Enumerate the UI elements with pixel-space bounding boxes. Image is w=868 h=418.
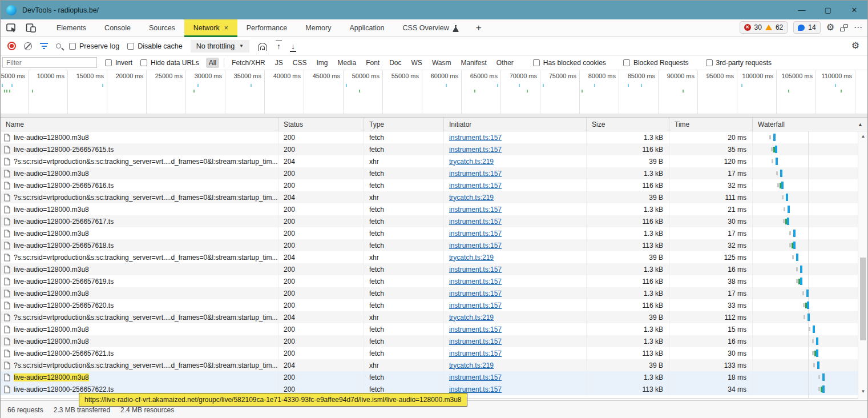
request-row[interactable]: live-audio=128000.m3u8200fetchinstrument… <box>1 287 867 299</box>
request-row[interactable]: ?s:sc:rsid=vrtproduction&s:sc:tracking_s… <box>1 311 867 323</box>
filter-type-js[interactable]: JS <box>272 58 286 68</box>
initiator-link[interactable]: instrument.ts:157 <box>449 278 502 286</box>
request-row[interactable]: live-audio=128000-256657620.ts200fetchin… <box>1 299 867 311</box>
initiator-link[interactable]: trycatch.ts:219 <box>449 314 494 321</box>
filter-type-img[interactable]: Img <box>313 58 330 68</box>
initiator-link[interactable]: trycatch.ts:219 <box>449 361 494 369</box>
initiator-link[interactable]: instrument.ts:157 <box>449 230 502 238</box>
initiator-link[interactable]: instrument.ts:157 <box>449 302 502 310</box>
request-row[interactable]: live-audio=128000-256657618.ts200fetchin… <box>1 239 867 251</box>
tab-elements[interactable]: Elements <box>47 19 95 37</box>
request-row[interactable]: ?s:sc:rsid=vrtproduction&s:sc:tracking_s… <box>1 359 867 371</box>
tab-memory[interactable]: Memory <box>296 19 340 37</box>
request-name-cell[interactable]: live-audio=128000-256657618.ts <box>1 239 278 251</box>
request-name-cell[interactable]: live-audio=128000.m3u8 <box>1 263 278 275</box>
column-header-time[interactable]: Time <box>669 118 753 131</box>
column-header-initiator[interactable]: Initiator <box>444 118 587 131</box>
initiator-link[interactable]: instrument.ts:157 <box>449 349 502 357</box>
request-name-cell[interactable]: ?s:sc:rsid=vrtproduction&s:sc:tracking_s… <box>1 155 278 167</box>
request-row[interactable]: live-audio=128000.m3u8200fetchinstrument… <box>1 335 867 347</box>
request-name-cell[interactable]: ?s:sc:rsid=vrtproduction&s:sc:tracking_s… <box>1 359 278 371</box>
search-icon[interactable] <box>56 43 61 49</box>
request-row[interactable]: live-audio=128000.m3u8200fetchinstrument… <box>1 371 867 383</box>
feedback-icon[interactable] <box>840 24 848 31</box>
column-header-status[interactable]: Status <box>278 118 364 131</box>
initiator-link[interactable]: trycatch.ts:219 <box>449 158 494 166</box>
request-name-cell[interactable]: live-audio=128000.m3u8 <box>1 323 278 335</box>
initiator-link[interactable]: instrument.ts:157 <box>449 206 502 214</box>
overview-splitter[interactable] <box>1 114 867 118</box>
clear-network-log-button[interactable] <box>24 42 32 50</box>
device-toolbar-button[interactable] <box>22 20 39 36</box>
request-name-cell[interactable]: live-audio=128000-256657621.ts <box>1 347 278 359</box>
tab-network[interactable]: Network× <box>184 19 237 37</box>
request-name-cell[interactable]: live-audio=128000-256657616.ts <box>1 179 278 191</box>
filter-type-other[interactable]: Other <box>494 58 516 68</box>
request-name-cell[interactable]: live-audio=128000.m3u8 <box>1 203 278 215</box>
request-row[interactable]: live-audio=128000.m3u8200fetchinstrument… <box>1 263 867 275</box>
initiator-link[interactable]: instrument.ts:157 <box>449 242 502 250</box>
scroll-up-arrow-icon[interactable]: ▲ <box>858 134 868 139</box>
filter-type-css[interactable]: CSS <box>290 58 310 68</box>
settings-gear-icon[interactable]: ⚙ <box>826 23 834 32</box>
tab-css-overview[interactable]: CSS Overview <box>394 19 468 37</box>
export-har-icon[interactable]: ↓ <box>290 42 296 50</box>
request-row[interactable]: live-audio=128000.m3u8200fetchinstrument… <box>1 227 867 239</box>
initiator-link[interactable]: instrument.ts:157 <box>449 290 502 298</box>
request-row[interactable]: live-audio=128000.m3u8200fetchinstrument… <box>1 323 867 335</box>
initiator-link[interactable]: trycatch.ts:219 <box>449 254 494 262</box>
initiator-link[interactable]: instrument.ts:157 <box>449 170 502 178</box>
initiator-link[interactable]: instrument.ts:157 <box>449 337 502 345</box>
tab-console[interactable]: Console <box>95 19 140 37</box>
request-row[interactable]: live-audio=128000-256657619.ts200fetchin… <box>1 275 867 287</box>
request-name-cell[interactable]: live-audio=128000.m3u8 <box>1 167 278 179</box>
initiator-link[interactable]: instrument.ts:157 <box>449 182 502 190</box>
close-tab-icon[interactable]: × <box>224 24 228 32</box>
vertical-scrollbar[interactable]: ▲ ▼ <box>858 131 867 399</box>
more-tabs-button[interactable]: + <box>468 22 490 34</box>
initiator-link[interactable]: instrument.ts:157 <box>449 373 502 381</box>
scrollbar-thumb[interactable] <box>860 258 866 340</box>
request-row[interactable]: ?s:sc:rsid=vrtproduction&s:sc:tracking_s… <box>1 191 867 203</box>
request-row[interactable]: live-audio=128000-256657617.ts200fetchin… <box>1 215 867 227</box>
request-name-cell[interactable]: live-audio=128000.m3u8 <box>1 131 278 143</box>
tab-sources[interactable]: Sources <box>140 19 184 37</box>
request-name-cell[interactable]: live-audio=128000.m3u8 <box>1 227 278 239</box>
request-name-cell[interactable]: live-audio=128000-256657620.ts <box>1 299 278 311</box>
column-header-name[interactable]: Name <box>1 118 278 131</box>
column-header-type[interactable]: Type <box>364 118 444 131</box>
inspect-element-button[interactable] <box>3 20 20 36</box>
has-blocked-cookies-checkbox[interactable]: Has blocked cookies <box>533 59 606 67</box>
request-row[interactable]: live-audio=128000-256657621.ts200fetchin… <box>1 347 867 359</box>
tab-performance[interactable]: Performance <box>237 19 297 37</box>
filter-type-doc[interactable]: Doc <box>386 58 404 68</box>
initiator-link[interactable]: instrument.ts:157 <box>449 266 502 274</box>
request-row[interactable]: ?s:sc:rsid=vrtproduction&s:sc:tracking_s… <box>1 155 867 167</box>
request-name-cell[interactable]: live-audio=128000-256657615.ts <box>1 143 278 155</box>
throttling-dropdown[interactable]: No throttling ▼ <box>191 40 249 53</box>
request-name-cell[interactable]: ?s:sc:rsid=vrtproduction&s:sc:tracking_s… <box>1 251 278 263</box>
filter-type-media[interactable]: Media <box>334 58 359 68</box>
initiator-link[interactable]: trycatch.ts:219 <box>449 194 494 202</box>
initiator-link[interactable]: instrument.ts:157 <box>449 218 502 226</box>
network-conditions-icon[interactable] <box>257 43 268 50</box>
filter-type-ws[interactable]: WS <box>409 58 425 68</box>
request-name-cell[interactable]: live-audio=128000-256657617.ts <box>1 215 278 227</box>
request-name-cell[interactable]: live-audio=128000.m3u8 <box>1 371 278 383</box>
network-settings-gear-icon[interactable]: ⚙ <box>851 41 859 50</box>
filter-input[interactable] <box>2 57 97 68</box>
request-row[interactable]: live-audio=128000-256657615.ts200fetchin… <box>1 143 867 155</box>
request-name-cell[interactable]: live-audio=128000-256657619.ts <box>1 275 278 287</box>
request-row[interactable]: live-audio=128000.m3u8200fetchinstrument… <box>1 203 867 215</box>
maximize-button[interactable]: ▢ <box>815 1 841 19</box>
filter-type-all[interactable]: All <box>206 58 219 68</box>
initiator-link[interactable]: instrument.ts:157 <box>449 385 502 393</box>
filter-type-font[interactable]: Font <box>363 58 382 68</box>
import-har-icon[interactable]: ↑ <box>276 42 282 50</box>
invert-checkbox[interactable]: Invert <box>105 59 132 67</box>
request-name-cell[interactable]: live-audio=128000.m3u8 <box>1 287 278 299</box>
close-button[interactable]: ✕ <box>841 1 867 19</box>
filter-icon[interactable] <box>40 43 48 49</box>
initiator-link[interactable]: instrument.ts:157 <box>449 325 502 333</box>
disable-cache-checkbox[interactable]: Disable cache <box>127 42 183 50</box>
